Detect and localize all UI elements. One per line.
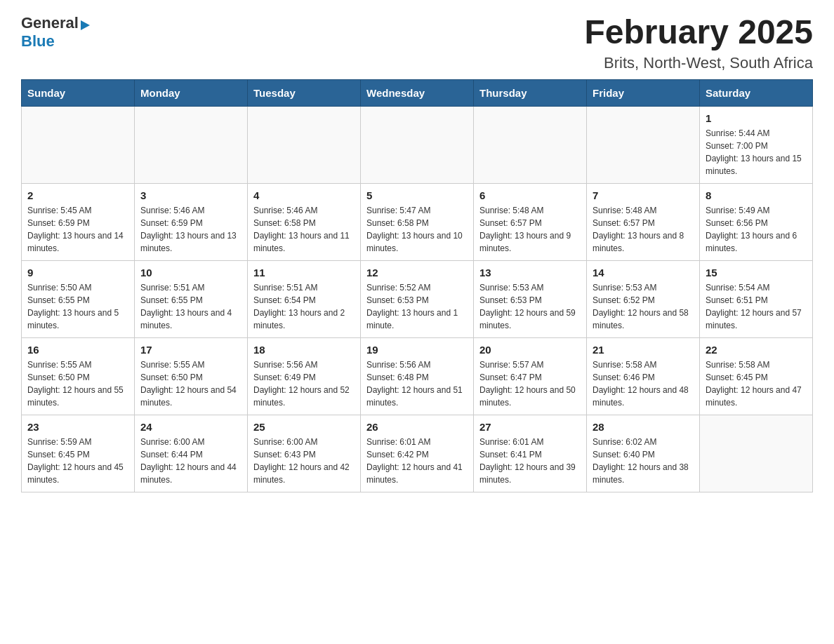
calendar-day-cell: 5Sunrise: 5:47 AM Sunset: 6:58 PM Daylig… [361, 183, 474, 260]
calendar-header: SundayMondayTuesdayWednesdayThursdayFrid… [22, 79, 813, 106]
day-info: Sunrise: 6:01 AM Sunset: 6:42 PM Dayligh… [366, 436, 468, 486]
day-info: Sunrise: 5:53 AM Sunset: 6:53 PM Dayligh… [479, 281, 581, 332]
calendar-day-cell [474, 106, 587, 183]
day-number: 16 [27, 344, 128, 356]
day-number: 10 [140, 267, 241, 279]
calendar-week-row: 2Sunrise: 5:45 AM Sunset: 6:59 PM Daylig… [22, 183, 813, 260]
day-number: 27 [479, 421, 581, 433]
calendar-day-cell: 7Sunrise: 5:48 AM Sunset: 6:57 PM Daylig… [587, 183, 700, 260]
weekday-header-friday: Friday [587, 79, 700, 106]
day-info: Sunrise: 5:46 AM Sunset: 6:58 PM Dayligh… [253, 204, 355, 255]
day-info: Sunrise: 6:00 AM Sunset: 6:44 PM Dayligh… [140, 436, 241, 486]
calendar-day-cell: 12Sunrise: 5:52 AM Sunset: 6:53 PM Dayli… [361, 260, 474, 337]
day-number: 14 [593, 267, 694, 279]
day-info: Sunrise: 5:51 AM Sunset: 6:55 PM Dayligh… [140, 281, 241, 332]
calendar-day-cell [248, 106, 361, 183]
day-number: 3 [140, 189, 241, 201]
day-info: Sunrise: 5:53 AM Sunset: 6:52 PM Dayligh… [593, 281, 694, 332]
calendar-day-cell [361, 106, 474, 183]
day-info: Sunrise: 5:44 AM Sunset: 7:00 PM Dayligh… [706, 127, 807, 177]
calendar-day-cell: 8Sunrise: 5:49 AM Sunset: 6:56 PM Daylig… [700, 183, 813, 260]
day-number: 5 [366, 189, 468, 201]
day-info: Sunrise: 5:54 AM Sunset: 6:51 PM Dayligh… [706, 281, 807, 332]
calendar-day-cell: 6Sunrise: 5:48 AM Sunset: 6:57 PM Daylig… [474, 183, 587, 260]
subtitle: Brits, North-West, South Africa [584, 54, 813, 72]
calendar-day-cell: 10Sunrise: 5:51 AM Sunset: 6:55 PM Dayli… [135, 260, 248, 337]
weekday-header-row: SundayMondayTuesdayWednesdayThursdayFrid… [22, 79, 813, 106]
day-info: Sunrise: 5:57 AM Sunset: 6:47 PM Dayligh… [479, 358, 581, 409]
day-info: Sunrise: 5:56 AM Sunset: 6:49 PM Dayligh… [253, 358, 355, 409]
day-info: Sunrise: 5:55 AM Sunset: 6:50 PM Dayligh… [27, 358, 128, 409]
day-info: Sunrise: 5:48 AM Sunset: 6:57 PM Dayligh… [593, 204, 694, 255]
main-title: February 2025 [584, 14, 813, 51]
day-number: 4 [253, 189, 355, 201]
weekday-header-sunday: Sunday [22, 79, 135, 106]
calendar-day-cell: 2Sunrise: 5:45 AM Sunset: 6:59 PM Daylig… [22, 183, 135, 260]
day-number: 18 [253, 344, 355, 356]
day-info: Sunrise: 5:47 AM Sunset: 6:58 PM Dayligh… [366, 204, 468, 255]
calendar-day-cell: 1Sunrise: 5:44 AM Sunset: 7:00 PM Daylig… [700, 106, 813, 183]
calendar-day-cell: 13Sunrise: 5:53 AM Sunset: 6:53 PM Dayli… [474, 260, 587, 337]
day-number: 25 [253, 421, 355, 433]
day-info: Sunrise: 6:01 AM Sunset: 6:41 PM Dayligh… [479, 436, 581, 486]
weekday-header-thursday: Thursday [474, 79, 587, 106]
calendar-body: 1Sunrise: 5:44 AM Sunset: 7:00 PM Daylig… [22, 106, 813, 492]
day-number: 13 [479, 267, 581, 279]
logo-blue-label: Blue [21, 32, 55, 51]
day-number: 11 [253, 267, 355, 279]
day-number: 19 [366, 344, 468, 356]
day-info: Sunrise: 6:02 AM Sunset: 6:40 PM Dayligh… [593, 436, 694, 486]
day-number: 12 [366, 267, 468, 279]
calendar-day-cell: 11Sunrise: 5:51 AM Sunset: 6:54 PM Dayli… [248, 260, 361, 337]
calendar-day-cell: 26Sunrise: 6:01 AM Sunset: 6:42 PM Dayli… [361, 415, 474, 492]
day-info: Sunrise: 5:55 AM Sunset: 6:50 PM Dayligh… [140, 358, 241, 409]
calendar-day-cell: 20Sunrise: 5:57 AM Sunset: 6:47 PM Dayli… [474, 337, 587, 415]
day-number: 24 [140, 421, 241, 433]
calendar-day-cell: 25Sunrise: 6:00 AM Sunset: 6:43 PM Dayli… [248, 415, 361, 492]
calendar-day-cell: 9Sunrise: 5:50 AM Sunset: 6:55 PM Daylig… [22, 260, 135, 337]
day-info: Sunrise: 5:58 AM Sunset: 6:45 PM Dayligh… [706, 358, 807, 409]
logo: General Blue [21, 14, 90, 51]
logo-general-text: General [21, 14, 90, 32]
logo-general-label: General [21, 14, 79, 32]
weekday-header-wednesday: Wednesday [361, 79, 474, 106]
calendar-week-row: 1Sunrise: 5:44 AM Sunset: 7:00 PM Daylig… [22, 106, 813, 183]
calendar-day-cell: 4Sunrise: 5:46 AM Sunset: 6:58 PM Daylig… [248, 183, 361, 260]
calendar-day-cell: 22Sunrise: 5:58 AM Sunset: 6:45 PM Dayli… [700, 337, 813, 415]
day-number: 28 [593, 421, 694, 433]
day-number: 17 [140, 344, 241, 356]
calendar-table: SundayMondayTuesdayWednesdayThursdayFrid… [21, 79, 813, 492]
day-info: Sunrise: 6:00 AM Sunset: 6:43 PM Dayligh… [253, 436, 355, 486]
calendar-week-row: 9Sunrise: 5:50 AM Sunset: 6:55 PM Daylig… [22, 260, 813, 337]
day-number: 21 [593, 344, 694, 356]
page-header: General Blue February 2025 Brits, North-… [21, 14, 813, 72]
day-info: Sunrise: 5:48 AM Sunset: 6:57 PM Dayligh… [479, 204, 581, 255]
calendar-day-cell: 15Sunrise: 5:54 AM Sunset: 6:51 PM Dayli… [700, 260, 813, 337]
day-number: 8 [706, 189, 807, 201]
day-number: 6 [479, 189, 581, 201]
calendar-day-cell: 28Sunrise: 6:02 AM Sunset: 6:40 PM Dayli… [587, 415, 700, 492]
day-info: Sunrise: 5:56 AM Sunset: 6:48 PM Dayligh… [366, 358, 468, 409]
calendar-day-cell [22, 106, 135, 183]
day-info: Sunrise: 5:51 AM Sunset: 6:54 PM Dayligh… [253, 281, 355, 332]
day-number: 2 [27, 189, 128, 201]
day-info: Sunrise: 5:46 AM Sunset: 6:59 PM Dayligh… [140, 204, 241, 255]
calendar-day-cell: 27Sunrise: 6:01 AM Sunset: 6:41 PM Dayli… [474, 415, 587, 492]
calendar-day-cell [587, 106, 700, 183]
calendar-day-cell: 17Sunrise: 5:55 AM Sunset: 6:50 PM Dayli… [135, 337, 248, 415]
weekday-header-tuesday: Tuesday [248, 79, 361, 106]
calendar-day-cell: 24Sunrise: 6:00 AM Sunset: 6:44 PM Dayli… [135, 415, 248, 492]
logo-triangle-icon [81, 20, 90, 30]
weekday-header-monday: Monday [135, 79, 248, 106]
day-number: 26 [366, 421, 468, 433]
weekday-header-saturday: Saturday [700, 79, 813, 106]
calendar-day-cell [135, 106, 248, 183]
title-area: February 2025 Brits, North-West, South A… [584, 14, 813, 72]
calendar-week-row: 23Sunrise: 5:59 AM Sunset: 6:45 PM Dayli… [22, 415, 813, 492]
calendar-day-cell: 21Sunrise: 5:58 AM Sunset: 6:46 PM Dayli… [587, 337, 700, 415]
day-number: 15 [706, 267, 807, 279]
day-info: Sunrise: 5:49 AM Sunset: 6:56 PM Dayligh… [706, 204, 807, 255]
day-info: Sunrise: 5:50 AM Sunset: 6:55 PM Dayligh… [27, 281, 128, 332]
calendar-day-cell: 23Sunrise: 5:59 AM Sunset: 6:45 PM Dayli… [22, 415, 135, 492]
calendar-day-cell: 18Sunrise: 5:56 AM Sunset: 6:49 PM Dayli… [248, 337, 361, 415]
